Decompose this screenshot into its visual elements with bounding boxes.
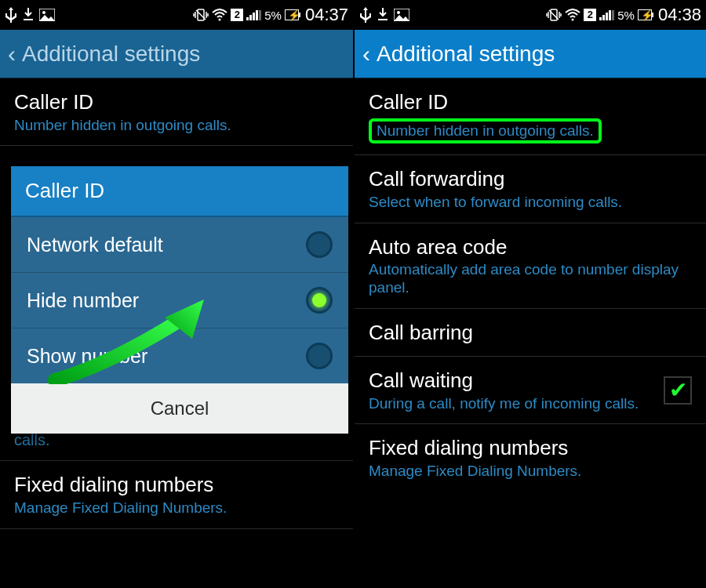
header-bar[interactable]: ‹ Additional settings: [0, 30, 353, 78]
sim-indicator: 2: [231, 9, 243, 21]
back-icon[interactable]: ‹: [362, 41, 370, 67]
back-icon[interactable]: ‹: [8, 41, 16, 67]
checkbox-checked-icon[interactable]: ✔: [664, 376, 692, 405]
radio-icon[interactable]: [306, 231, 333, 258]
radio-icon[interactable]: [306, 343, 333, 369]
svg-point-8: [397, 11, 400, 14]
row-title: Call waiting: [369, 368, 654, 394]
status-bar: 2 5% ⚡ 04:38: [355, 0, 706, 30]
row-subtitle: Manage Fixed Dialing Numbers.: [14, 499, 339, 517]
row-subtitle: Number hidden in outgoing calls.: [14, 117, 339, 135]
phone-right: 2 5% ⚡ 04:38 ‹ Additional settings Calle…: [353, 0, 706, 588]
download-icon: [22, 8, 35, 22]
option-network-default[interactable]: Network default: [11, 217, 348, 273]
signal-icon: [246, 9, 261, 20]
battery-icon: ⚡: [285, 9, 299, 20]
row-subtitle: Manage Fixed Dialing Numbers.: [369, 463, 692, 481]
dialog-title: Caller ID: [11, 166, 348, 217]
row-call-barring[interactable]: Call barring: [355, 309, 706, 358]
row-title: Caller ID: [14, 89, 339, 115]
vibrate-icon: [193, 9, 209, 21]
usb-icon: [359, 7, 372, 23]
row-call-waiting[interactable]: Call waiting During a call, notify me of…: [355, 357, 706, 424]
svg-point-5: [219, 19, 221, 21]
image-icon: [39, 9, 55, 21]
clock: 04:37: [305, 5, 348, 25]
settings-list: Caller ID Number hidden in outgoing call…: [355, 78, 706, 492]
row-title: Call forwarding: [369, 166, 692, 192]
wifi-icon: [565, 9, 580, 21]
wifi-icon: [212, 9, 227, 21]
cancel-button[interactable]: Cancel: [11, 383, 348, 434]
row-auto-area-code[interactable]: Auto area code Automatically add area co…: [355, 223, 706, 309]
row-call-forwarding[interactable]: Call forwarding Select when to forward i…: [355, 155, 706, 223]
sim-indicator: 2: [584, 9, 596, 21]
svg-point-11: [572, 19, 574, 21]
row-fixed-dialing[interactable]: Fixed dialing numbers Manage Fixed Diali…: [355, 424, 706, 491]
battery-pct: 5%: [617, 9, 635, 22]
row-title: Caller ID: [369, 89, 692, 115]
option-label: Hide number: [27, 289, 139, 312]
option-label: Show number: [27, 345, 147, 368]
download-icon: [377, 8, 389, 22]
page-title: Additional settings: [22, 42, 200, 67]
row-title: Fixed dialing numbers: [14, 472, 339, 498]
row-fixed-dialing[interactable]: Fixed dialing numbers Manage Fixed Diali…: [0, 461, 353, 528]
page-title: Additional settings: [377, 42, 555, 67]
row-subtitle: Number hidden in outgoing calls.: [377, 122, 594, 139]
option-show-number[interactable]: Show number: [11, 328, 348, 383]
row-title: Auto area code: [369, 234, 692, 260]
option-hide-number[interactable]: Hide number: [11, 273, 348, 328]
clock: 04:38: [658, 5, 701, 25]
image-icon: [394, 9, 409, 21]
row-subtitle: During a call, notify me of incoming cal…: [369, 395, 654, 413]
phone-left: 2 5% ⚡ 04:37 ‹ Additional settings Calle…: [0, 0, 353, 588]
svg-point-2: [42, 11, 45, 14]
row-caller-id[interactable]: Caller ID Number hidden in outgoing call…: [0, 78, 353, 146]
signal-icon: [599, 9, 614, 20]
option-label: Network default: [27, 234, 163, 256]
caller-id-dialog: Caller ID Network default Hide number Sh…: [11, 166, 348, 434]
svg-rect-0: [24, 19, 33, 20]
row-subtitle: Select when to forward incoming calls.: [369, 194, 692, 212]
row-caller-id[interactable]: Caller ID Number hidden in outgoing call…: [355, 78, 706, 155]
highlight-box: Number hidden in outgoing calls.: [369, 118, 602, 144]
row-title: Fixed dialing numbers: [369, 435, 692, 461]
battery-pct: 5%: [264, 9, 282, 22]
header-bar[interactable]: ‹ Additional settings: [355, 30, 706, 78]
svg-rect-6: [378, 19, 388, 20]
battery-icon: ⚡: [638, 9, 652, 20]
radio-icon[interactable]: [306, 287, 333, 314]
usb-icon: [5, 7, 17, 23]
row-title: Call barring: [369, 320, 692, 346]
vibrate-icon: [546, 9, 562, 21]
row-subtitle: Automatically add area code to number di…: [369, 261, 692, 297]
status-bar: 2 5% ⚡ 04:37: [0, 0, 353, 30]
